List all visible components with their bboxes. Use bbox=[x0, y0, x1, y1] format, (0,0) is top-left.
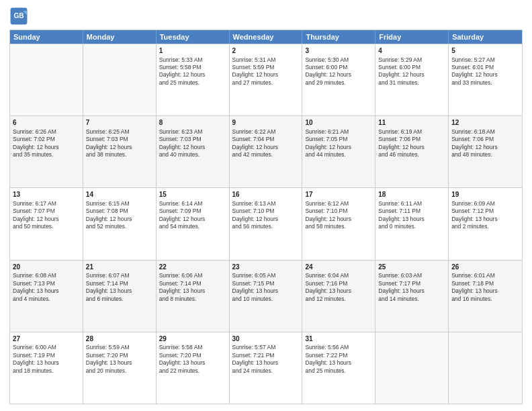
page: GB SundayMondayTuesdayWednesdayThursdayF… bbox=[0, 0, 532, 411]
day-number: 16 bbox=[232, 190, 300, 199]
day-info-line: Sunset: 7:15 PM bbox=[232, 280, 300, 287]
day-info-line: and 54 minutes. bbox=[159, 223, 226, 230]
day-info-line: Sunset: 5:59 PM bbox=[232, 64, 300, 71]
day-info-line: Sunset: 7:09 PM bbox=[159, 208, 226, 215]
day-number: 31 bbox=[305, 334, 372, 344]
day-info-line: and 24 minutes. bbox=[232, 367, 300, 375]
day-cell-26: 26Sunrise: 6:01 AMSunset: 7:18 PMDayligh… bbox=[449, 261, 522, 332]
day-info-line: Daylight: 12 hours bbox=[378, 71, 445, 79]
day-number: 3 bbox=[305, 46, 372, 56]
day-info-line: Daylight: 13 hours bbox=[86, 359, 153, 367]
day-info-line: Sunset: 7:17 PM bbox=[378, 280, 445, 287]
day-info-line: Daylight: 13 hours bbox=[232, 287, 300, 295]
day-number: 23 bbox=[232, 263, 300, 272]
day-info-line: Daylight: 13 hours bbox=[305, 287, 372, 295]
day-info-line: Daylight: 13 hours bbox=[378, 216, 445, 223]
day-info-line: Sunset: 7:19 PM bbox=[13, 352, 80, 359]
day-info-line: Sunrise: 6:14 AM bbox=[159, 200, 226, 208]
day-info-line: Sunset: 7:16 PM bbox=[305, 280, 372, 287]
day-info-line: and 56 minutes. bbox=[232, 223, 300, 230]
day-cell-31: 31Sunrise: 5:56 AMSunset: 7:22 PMDayligh… bbox=[302, 332, 375, 404]
day-cell-18: 18Sunrise: 6:11 AMSunset: 7:11 PMDayligh… bbox=[375, 188, 449, 259]
day-info-line: Sunrise: 6:09 AM bbox=[451, 200, 519, 208]
day-info-line: Sunrise: 6:22 AM bbox=[232, 128, 300, 136]
logo: GB bbox=[9, 7, 31, 26]
day-info-line: and 48 minutes. bbox=[451, 151, 519, 158]
day-number: 1 bbox=[159, 46, 226, 56]
day-info-line: Sunset: 7:14 PM bbox=[159, 280, 226, 287]
day-cell-15: 15Sunrise: 6:14 AMSunset: 7:09 PMDayligh… bbox=[157, 188, 230, 259]
empty-cell bbox=[83, 44, 157, 116]
day-info-line: and 20 minutes. bbox=[86, 367, 153, 375]
day-info-line: Daylight: 12 hours bbox=[305, 71, 372, 79]
day-number: 29 bbox=[159, 334, 226, 344]
day-number: 20 bbox=[13, 263, 80, 272]
day-info-line: Sunrise: 5:59 AM bbox=[86, 344, 153, 351]
day-number: 21 bbox=[86, 263, 153, 272]
day-info-line: and 35 minutes. bbox=[13, 151, 80, 158]
day-info-line: Sunrise: 5:58 AM bbox=[159, 344, 226, 351]
day-info-line: Sunset: 5:58 PM bbox=[159, 64, 226, 71]
header-day-sunday: Sunday bbox=[10, 30, 83, 44]
day-cell-7: 7Sunrise: 6:25 AMSunset: 7:03 PMDaylight… bbox=[83, 116, 157, 187]
day-cell-22: 22Sunrise: 6:06 AMSunset: 7:14 PMDayligh… bbox=[157, 261, 230, 332]
day-cell-3: 3Sunrise: 5:30 AMSunset: 6:00 PMDaylight… bbox=[302, 44, 375, 116]
day-cell-28: 28Sunrise: 5:59 AMSunset: 7:20 PMDayligh… bbox=[83, 332, 157, 404]
day-info-line: Daylight: 13 hours bbox=[378, 287, 445, 295]
day-cell-16: 16Sunrise: 6:13 AMSunset: 7:10 PMDayligh… bbox=[230, 188, 303, 259]
day-info-line: Sunset: 7:12 PM bbox=[451, 208, 519, 215]
day-number: 8 bbox=[159, 118, 226, 128]
day-cell-5: 5Sunrise: 5:27 AMSunset: 6:01 PMDaylight… bbox=[449, 44, 522, 116]
day-number: 12 bbox=[451, 118, 519, 128]
day-number: 15 bbox=[159, 190, 226, 199]
day-cell-20: 20Sunrise: 6:08 AMSunset: 7:13 PMDayligh… bbox=[10, 261, 83, 332]
day-info-line: Daylight: 13 hours bbox=[13, 359, 80, 367]
day-number: 27 bbox=[13, 334, 80, 344]
day-info-line: Sunrise: 6:06 AM bbox=[159, 272, 226, 279]
day-info-line: Sunrise: 6:03 AM bbox=[378, 272, 445, 279]
day-info-line: Daylight: 13 hours bbox=[159, 287, 226, 295]
day-number: 18 bbox=[378, 190, 445, 199]
empty-cell bbox=[449, 332, 522, 404]
day-info-line: Daylight: 12 hours bbox=[86, 216, 153, 223]
day-info-line: Sunrise: 6:01 AM bbox=[451, 272, 519, 279]
day-info-line: Sunset: 7:10 PM bbox=[232, 208, 300, 215]
day-number: 5 bbox=[451, 46, 519, 56]
empty-cell bbox=[375, 332, 449, 404]
day-info-line: Sunset: 7:03 PM bbox=[86, 136, 153, 143]
day-info-line: Sunset: 7:03 PM bbox=[159, 136, 226, 143]
day-number: 30 bbox=[232, 334, 300, 344]
calendar: SundayMondayTuesdayWednesdayThursdayFrid… bbox=[9, 30, 523, 404]
day-cell-14: 14Sunrise: 6:15 AMSunset: 7:08 PMDayligh… bbox=[83, 188, 157, 259]
day-info-line: Daylight: 12 hours bbox=[232, 216, 300, 223]
day-cell-2: 2Sunrise: 5:31 AMSunset: 5:59 PMDaylight… bbox=[230, 44, 303, 116]
header-day-monday: Monday bbox=[83, 30, 157, 44]
day-number: 22 bbox=[159, 263, 226, 272]
day-number: 7 bbox=[86, 118, 153, 128]
day-info-line: and 16 minutes. bbox=[451, 295, 519, 303]
header-day-friday: Friday bbox=[375, 30, 449, 44]
day-number: 6 bbox=[13, 118, 80, 128]
svg-text:GB: GB bbox=[13, 12, 24, 19]
day-info-line: Sunset: 7:22 PM bbox=[305, 352, 372, 359]
day-info-line: Daylight: 12 hours bbox=[451, 144, 519, 151]
day-info-line: Daylight: 13 hours bbox=[451, 216, 519, 223]
day-info-line: Sunset: 7:07 PM bbox=[13, 208, 80, 215]
day-number: 13 bbox=[13, 190, 80, 199]
day-cell-23: 23Sunrise: 6:05 AMSunset: 7:15 PMDayligh… bbox=[230, 261, 303, 332]
day-info-line: Daylight: 13 hours bbox=[451, 287, 519, 295]
day-info-line: Sunrise: 6:05 AM bbox=[232, 272, 300, 279]
day-info-line: and 31 minutes. bbox=[378, 79, 445, 87]
day-cell-25: 25Sunrise: 6:03 AMSunset: 7:17 PMDayligh… bbox=[375, 261, 449, 332]
day-info-line: Sunrise: 6:23 AM bbox=[159, 128, 226, 136]
header-day-thursday: Thursday bbox=[302, 30, 375, 44]
day-info-line: and 22 minutes. bbox=[159, 367, 226, 375]
day-info-line: and 14 minutes. bbox=[378, 295, 445, 303]
day-number: 2 bbox=[232, 46, 300, 56]
calendar-header: SundayMondayTuesdayWednesdayThursdayFrid… bbox=[10, 30, 522, 44]
day-info-line: Sunrise: 6:08 AM bbox=[13, 272, 80, 279]
day-number: 9 bbox=[232, 118, 300, 128]
day-info-line: and 6 minutes. bbox=[86, 295, 153, 303]
empty-cell bbox=[10, 44, 83, 116]
day-info-line: Daylight: 12 hours bbox=[305, 144, 372, 151]
